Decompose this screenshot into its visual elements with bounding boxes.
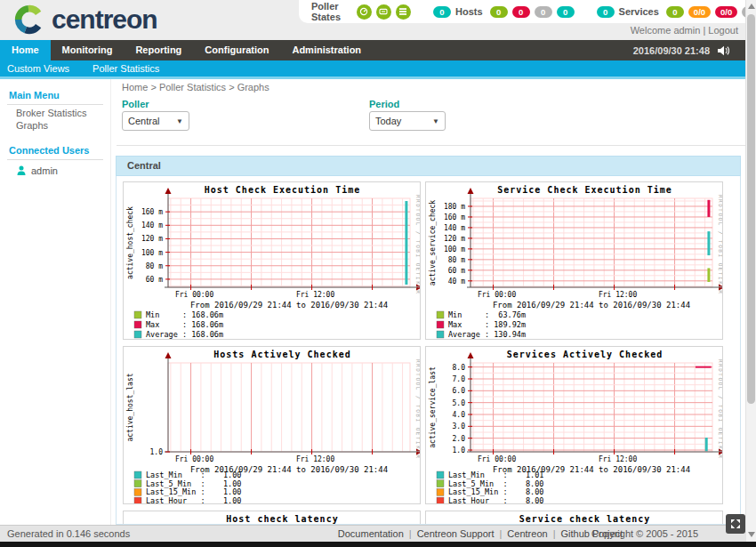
nav-tab-administration[interactable]: Administration (280, 40, 373, 60)
breadcrumb-poller-statistics[interactable]: Poller Statistics (159, 82, 226, 93)
graph-service-check-latency[interactable]: Service check latency (425, 511, 723, 525)
footer-link-centreon[interactable]: Centreon (507, 528, 547, 539)
svg-text:Last_Min : 1.00: Last_Min : 1.00 (146, 471, 241, 479)
sidebar-item-broker-statistics[interactable]: Broker Statistics (16, 108, 110, 118)
svg-text:From 2016/09/29 21:44 to 2016/: From 2016/09/29 21:44 to 2016/09/30 21:4… (190, 301, 388, 310)
server-icon[interactable] (376, 4, 391, 20)
subnav-item-custom-views[interactable]: Custom Views (7, 63, 69, 74)
graph-service-check-execution-time[interactable]: Service Check Execution Time40 m60 m80 m… (425, 181, 723, 340)
svg-text:Fri 00:00: Fri 00:00 (478, 291, 517, 299)
svg-text:From 2016/09/29 21:44 to 2016/: From 2016/09/29 21:44 to 2016/09/30 21:4… (493, 301, 690, 310)
svg-text:Service Check Execution Time: Service Check Execution Time (497, 185, 672, 195)
services-label: Services (619, 6, 659, 17)
chart-image-services-actively-checked: Services Actively Checked1.02.03.04.05.0… (426, 347, 722, 503)
svg-text:Last_5_Min : 8.00: Last_5_Min : 8.00 (448, 479, 543, 488)
nav-tab-home[interactable]: Home (0, 40, 51, 60)
user-icon (16, 165, 27, 176)
nav-tabs: HomeMonitoringReportingConfigurationAdmi… (0, 40, 373, 60)
svg-text:Last_15_Min : 8.00: Last_15_Min : 8.00 (448, 487, 543, 496)
poller-states-label: Poller States (311, 1, 350, 22)
sidebar-divider (7, 104, 103, 105)
generated-time-text: Generated in 0.146 seconds (7, 528, 130, 539)
svg-text:Max : 189.92m: Max : 189.92m (448, 320, 526, 329)
hosts-count-badge[interactable]: 0 (433, 6, 451, 18)
fullscreen-button[interactable] (726, 514, 745, 534)
svg-text:Average : 130.94m: Average : 130.94m (448, 330, 526, 339)
svg-text:Fri 00:00: Fri 00:00 (175, 455, 214, 463)
graph-host-check-latency[interactable]: Host check latency (123, 511, 421, 525)
svg-text:3.0: 3.0 (453, 422, 466, 430)
svg-text:140 m: 140 m (141, 221, 163, 229)
svg-text:Min : 63.76m: Min : 63.76m (448, 310, 526, 319)
svg-text:120 m: 120 m (141, 235, 163, 243)
period-select[interactable]: Today ▼ (369, 111, 446, 131)
copyright-text: Copyright © 2005 - 2015 (591, 528, 698, 539)
scrollbar-thumb[interactable] (747, 14, 755, 404)
poller-filter-label: Poller (122, 99, 149, 109)
svg-text:60 m: 60 m (146, 276, 163, 284)
svg-text:Last_Hour : 8.00: Last_Hour : 8.00 (448, 496, 543, 503)
nav-tab-reporting[interactable]: Reporting (124, 40, 193, 60)
welcome-bar: Welcome admin | Logout (631, 25, 738, 36)
nav-tab-configuration[interactable]: Configuration (193, 40, 280, 60)
svg-text:4.0: 4.0 (453, 411, 466, 419)
centreon-logo[interactable]: centreon (12, 3, 157, 36)
stack-icon[interactable] (396, 4, 411, 20)
chart-image-hosts-actively-checked: Hosts Actively Checked1.0Fri 00:00Fri 12… (124, 347, 420, 503)
footer-link-centreon-support[interactable]: Centreon Support (417, 528, 495, 539)
svg-text:Host Check Execution Time: Host Check Execution Time (205, 185, 361, 195)
svg-text:active_service_check: active_service_check (429, 200, 437, 286)
hosts-label: Hosts (455, 6, 483, 17)
gauge-icon[interactable] (357, 4, 372, 20)
graph-host-check-execution-time[interactable]: Host Check Execution Time60 m80 m100 m12… (123, 181, 421, 340)
scrollbar-up-arrow-icon[interactable] (748, 4, 755, 9)
svg-text:6.0: 6.0 (453, 387, 466, 395)
svg-text:40 m: 40 m (448, 278, 465, 286)
breadcrumb-separator: > (226, 82, 237, 93)
svg-text:80 m: 80 m (448, 256, 465, 264)
svg-text:8.0: 8.0 (453, 364, 466, 372)
svg-text:Fri 12:00: Fri 12:00 (599, 455, 638, 463)
connected-user-name: admin (31, 165, 58, 176)
host-status-badge-gray[interactable]: 0 (535, 6, 552, 18)
svg-text:Max : 168.06m: Max : 168.06m (146, 320, 223, 329)
breadcrumb-home[interactable]: Home (122, 82, 148, 93)
footer-link-separator: | (409, 528, 412, 539)
service-status-badge-green[interactable]: 0 (666, 6, 684, 18)
subnav-item-poller-statistics[interactable]: Poller Statistics (92, 63, 159, 74)
services-count-badge[interactable]: 0 (597, 6, 615, 18)
graph-services-actively-checked[interactable]: Services Actively Checked1.02.03.04.05.0… (425, 346, 723, 504)
svg-text:Fri 00:00: Fri 00:00 (175, 291, 214, 299)
poller-select[interactable]: Central ▼ (122, 111, 189, 131)
host-status-badge-teal[interactable]: 0 (557, 6, 575, 18)
host-status-badge-red[interactable]: 0 (512, 6, 530, 18)
nav-tab-monitoring[interactable]: Monitoring (51, 40, 125, 60)
footer-link-documentation[interactable]: Documentation (338, 528, 404, 539)
chevron-down-icon: ▼ (176, 117, 183, 125)
svg-text:140 m: 140 m (444, 224, 465, 232)
bottom-bar (0, 542, 756, 547)
scrollbar-down-arrow-icon[interactable] (748, 532, 755, 537)
svg-text:1.0: 1.0 (453, 446, 466, 454)
service-status-badge-orange[interactable]: 0/0 (688, 6, 711, 18)
sidebar-item-graphs[interactable]: Graphs (16, 120, 110, 131)
svg-text:7.0: 7.0 (453, 375, 466, 383)
svg-text:180 m: 180 m (444, 203, 465, 211)
breadcrumb-graphs[interactable]: Graphs (237, 82, 269, 93)
speaker-icon[interactable] (717, 45, 729, 56)
connected-user-row[interactable]: admin (16, 165, 110, 176)
footer-link-separator: | (500, 528, 503, 539)
logout-link[interactable]: Logout (708, 25, 738, 36)
centreon-page: centreon Poller States 0 Hosts 0000 0 Se… (0, 0, 756, 547)
breadcrumb: Home > Poller Statistics > Graphs (122, 82, 269, 93)
svg-text:Fri 00:00: Fri 00:00 (478, 455, 517, 463)
content-divider (117, 145, 745, 146)
service-status-badge-red[interactable]: 0/0 (715, 6, 737, 18)
graph-hosts-actively-checked[interactable]: Hosts Actively Checked1.0Fri 00:00Fri 12… (123, 346, 421, 504)
status-summary-bar: Poller States 0 Hosts 0000 0 Services 00… (299, 0, 756, 23)
host-status-badge-green[interactable]: 0 (490, 6, 508, 18)
vertical-scrollbar (745, 0, 756, 542)
svg-text:Fri 12:00: Fri 12:00 (296, 291, 335, 299)
svg-text:100 m: 100 m (444, 245, 465, 253)
welcome-text: Welcome admin (631, 25, 701, 36)
